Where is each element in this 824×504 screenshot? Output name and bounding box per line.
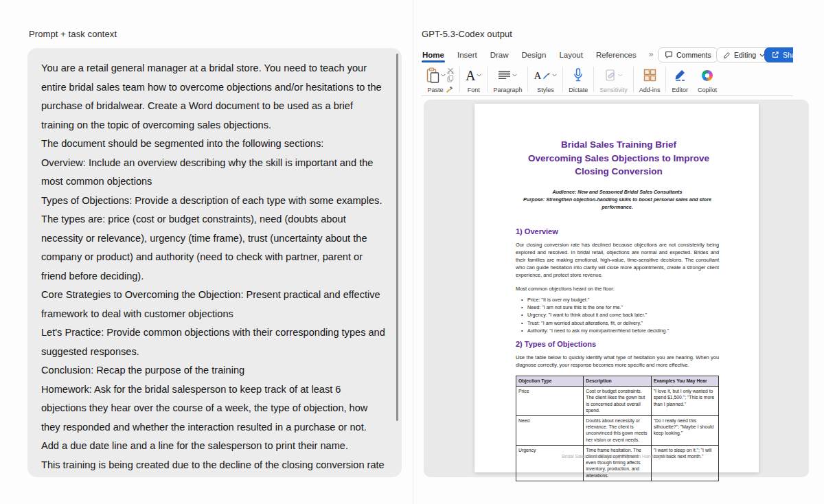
styles-button[interactable]: A Styles <box>529 65 562 95</box>
objections-table: Objection Type Description Examples You … <box>516 376 719 481</box>
ribbon-overflow-chevron[interactable]: » <box>649 49 654 62</box>
tab-home[interactable]: Home <box>422 48 445 64</box>
subtitle-purpose: Purpose: Strengthen objection-handling s… <box>516 196 719 211</box>
styles-label: Styles <box>537 87 554 93</box>
overview-paragraph: Our closing conversion rate has declined… <box>516 241 719 279</box>
add-ins-button[interactable]: Add-ins <box>634 65 665 95</box>
document-subtitle: Audience: New and Seasoned Bridal Sales … <box>516 188 719 211</box>
styles-brush-icon <box>542 71 551 80</box>
clipboard-paste-icon <box>426 67 439 83</box>
comparison-view: Prompt + task context You are a retail g… <box>0 0 824 504</box>
comments-label: Comments <box>676 51 711 59</box>
bullet-trust: Trust: "I am worried about alterations, … <box>527 319 719 327</box>
toolbar-divider <box>633 67 634 92</box>
cell-type: Price <box>516 387 584 416</box>
table-header-row: Objection Type Description Examples You … <box>516 376 719 386</box>
overview-lead: Most common objections heard on the floo… <box>516 285 719 293</box>
microphone-icon <box>573 68 583 82</box>
prompt-paragraph: This training is being created due to th… <box>41 456 385 478</box>
chevron-down-icon[interactable] <box>441 73 446 77</box>
right-panel-title: GPT-5.3-Codex output <box>422 29 512 39</box>
editing-mode-button[interactable]: Editing <box>716 47 772 62</box>
cell-examples: "I love it, but I only wanted to spend $… <box>651 387 718 416</box>
title-line-2: Overcoming Sales Objections to Improve C… <box>516 152 722 179</box>
paragraph-lines-icon <box>498 71 511 80</box>
styles-icon: A <box>534 70 541 81</box>
paragraph-label: Paragraph <box>493 87 522 93</box>
cell-type: Need <box>516 415 584 445</box>
subtitle-audience: Audience: New and Seasoned Bridal Sales … <box>516 188 719 196</box>
prompt-paragraph: Core Strategies to Overcoming the Object… <box>41 286 385 323</box>
copilot-button[interactable]: Copilot <box>693 65 722 95</box>
sensitivity-button[interactable]: Sensitivity <box>595 65 632 95</box>
cell-description: Time frame hesitation. The client delays… <box>584 445 651 481</box>
paste-label: Paste <box>427 87 443 93</box>
sensitivity-icon <box>605 69 617 82</box>
dictate-label: Dictate <box>569 87 588 93</box>
objection-bullet-list: Price: "It is over my budget." Need: "I … <box>516 296 719 335</box>
left-panel-title: Prompt + task context <box>29 29 117 39</box>
toolbar-divider <box>562 67 563 92</box>
editor-pen-icon <box>674 69 687 82</box>
tab-draw[interactable]: Draw <box>490 48 510 64</box>
document-footer: Bridal Sales Team Training | Objection H… <box>474 454 759 459</box>
cut-scissors-icon[interactable] <box>447 68 454 74</box>
copy-icon[interactable] <box>447 75 454 82</box>
copilot-icon <box>702 70 713 81</box>
title-line-1: Bridal Sales Training Brief <box>516 138 722 152</box>
col-description: Description <box>584 376 651 386</box>
toolbar-divider <box>593 67 594 92</box>
panel-divider <box>413 0 413 504</box>
format-painter-icon[interactable] <box>446 86 453 93</box>
types-heading: 2) Types of Objections <box>516 340 719 348</box>
table-row: Price Cost or budget constraints. The cl… <box>516 387 719 416</box>
prompt-paragraph: Types of Objections: Provide a descripti… <box>41 192 385 286</box>
share-label: Share <box>783 51 793 59</box>
share-button[interactable]: Share <box>764 47 793 62</box>
editor-button[interactable]: Editor <box>667 65 693 95</box>
chevron-down-icon[interactable] <box>477 73 481 77</box>
dictate-button[interactable]: Dictate <box>564 65 593 95</box>
col-examples: Examples You May Hear <box>651 376 718 386</box>
paste-button[interactable]: Paste <box>422 65 459 95</box>
table-row: Urgency Time frame hesitation. The clien… <box>516 445 719 481</box>
add-ins-label: Add-ins <box>639 87 661 93</box>
prompt-context-box[interactable]: You are a retail general manager at a br… <box>27 48 402 477</box>
prompt-paragraph: The document should be segmented into th… <box>41 135 385 154</box>
font-button[interactable]: A Font <box>461 65 486 95</box>
ribbon-tab-row: Home Insert Draw Design Layout Reference… <box>422 47 793 65</box>
ribbon-toolbar: Paste A Font <box>422 65 793 96</box>
bullet-price: Price: "It is over my budget." <box>527 296 719 303</box>
share-icon <box>771 51 779 59</box>
col-objection-type: Objection Type <box>516 376 584 386</box>
chevron-down-icon[interactable] <box>552 73 557 77</box>
bullet-need: Need: "I am not sure this is the one for… <box>527 303 719 311</box>
overview-heading: 1) Overview <box>516 227 719 236</box>
scrollbar-thumb[interactable] <box>396 54 398 421</box>
tab-layout[interactable]: Layout <box>558 48 584 64</box>
prompt-paragraph: Homework: Ask for the bridal salesperson… <box>41 380 385 456</box>
prompt-paragraph: You are a retail general manager at a br… <box>41 59 385 135</box>
cell-examples: "I want to sleep on it."; "I will come b… <box>651 445 718 481</box>
comments-button[interactable]: Comments <box>658 47 718 62</box>
cell-description: Cost or budget constraints. The client l… <box>584 387 651 416</box>
copilot-label: Copilot <box>698 87 717 93</box>
toolbar-divider <box>487 67 488 92</box>
cell-type: Urgency <box>516 445 584 481</box>
paragraph-button[interactable]: Paragraph <box>488 65 527 95</box>
cell-description: Doubts about necessity or relevance. The… <box>584 415 651 445</box>
toolbar-divider <box>459 67 460 92</box>
prompt-paragraph: Conclusion: Recap the purpose of the tra… <box>41 361 385 380</box>
font-label: Font <box>468 87 480 93</box>
chevron-down-icon[interactable] <box>512 73 517 77</box>
tab-references[interactable]: References <box>595 48 637 64</box>
document-page[interactable]: Bridal Sales Training Brief Overcoming S… <box>474 104 759 472</box>
toolbar-divider <box>665 67 666 92</box>
tab-design[interactable]: Design <box>521 48 547 64</box>
toolbar-divider <box>527 67 528 92</box>
font-icon: A <box>466 69 475 82</box>
bullet-authority: Authority: "I need to ask my mom/partner… <box>527 327 719 334</box>
tab-insert[interactable]: Insert <box>457 48 478 64</box>
sensitivity-label: Sensitivity <box>599 87 628 93</box>
document-title: Bridal Sales Training Brief Overcoming S… <box>516 138 722 179</box>
